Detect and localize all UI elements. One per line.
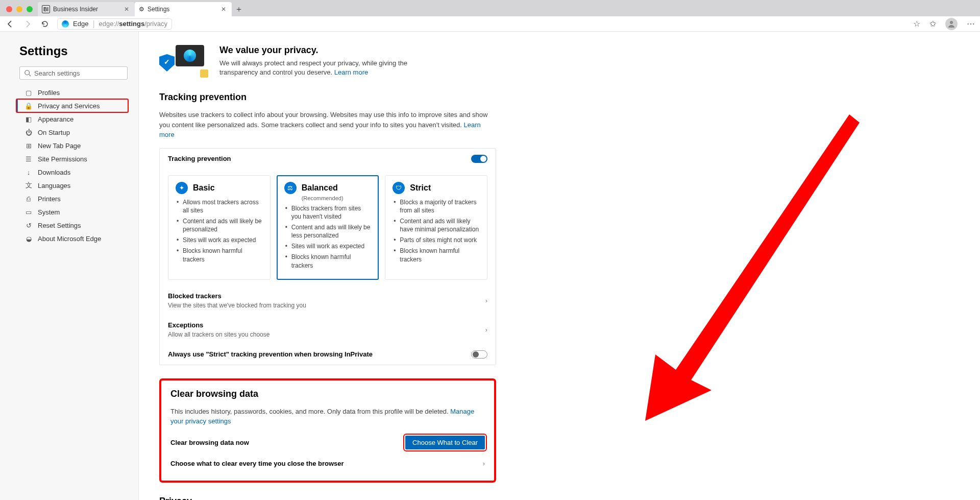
nav-about-edge[interactable]: ◒About Microsoft Edge <box>16 232 128 245</box>
tab-title: Business Insider <box>53 6 98 13</box>
window-minimize-icon[interactable] <box>16 6 22 12</box>
hero-title: We value your privacy. <box>219 45 434 56</box>
back-button[interactable] <box>5 19 15 29</box>
edge-icon: ◒ <box>24 234 33 243</box>
appearance-icon: ◧ <box>24 115 33 123</box>
hero-learn-more-link[interactable]: Learn more <box>334 68 368 76</box>
nav-new-tab-page[interactable]: ⊞New Tab Page <box>16 139 128 152</box>
nav-appearance[interactable]: ◧Appearance <box>16 112 128 126</box>
search-icon <box>24 69 31 77</box>
newtab-icon: ⊞ <box>24 141 33 150</box>
blocked-trackers-row[interactable]: Blocked trackers View the sites that we'… <box>160 286 496 315</box>
tracking-card-basic[interactable]: ✦Basic Allows most trackers across all s… <box>168 175 271 280</box>
tab-settings[interactable]: ⚙ Settings ✕ <box>135 2 232 16</box>
card-bullet: Content and ads will likely be less pers… <box>284 223 372 240</box>
card-title: Balanced <box>302 183 338 193</box>
row-title: Exceptions <box>168 321 485 329</box>
tracking-heading: Tracking prevention <box>159 92 496 103</box>
nav-languages[interactable]: 文Languages <box>16 179 128 192</box>
nav-label: Downloads <box>38 169 70 176</box>
address-bar[interactable]: Edge | edge://settings/privacy <box>57 18 172 30</box>
tab-business-insider[interactable]: BI Business Insider ✕ <box>38 2 135 16</box>
nav-label: Reset Settings <box>38 222 81 229</box>
reset-icon: ↺ <box>24 221 33 229</box>
nav-system[interactable]: ▭System <box>16 205 128 219</box>
settings-heading: Settings <box>19 44 133 58</box>
favorites-list-icon[interactable]: ✩ <box>929 19 936 29</box>
row-sub: Allow all trackers on sites you choose <box>168 331 485 338</box>
choose-what-to-clear-button[interactable]: Choose What to Clear <box>405 436 485 449</box>
nav-site-permissions[interactable]: ☰Site Permissions <box>16 152 128 165</box>
window-controls <box>2 6 38 16</box>
power-icon: ⏻ <box>24 128 33 136</box>
new-tab-button[interactable]: ＋ <box>232 2 246 16</box>
card-title: Strict <box>410 183 431 193</box>
privacy-heading: Privacy <box>159 496 496 500</box>
search-placeholder: Search settings <box>34 69 80 77</box>
nav-label: Site Permissions <box>38 155 87 163</box>
clear-now-label: Clear browsing data now <box>170 439 249 446</box>
card-bullet: Sites will work as expected <box>284 242 372 250</box>
card-bullet: Blocks known harmful trackers <box>284 253 372 269</box>
nav-reset-settings[interactable]: ↺Reset Settings <box>16 219 128 232</box>
printer-icon: ⎙ <box>24 195 33 203</box>
languages-icon: 文 <box>24 181 33 189</box>
privacy-hero-art <box>159 45 208 78</box>
clear-every-time-row[interactable]: Choose what to clear every time you clos… <box>170 455 485 472</box>
toolbar: Edge | edge://settings/privacy ☆ ✩ ⋯ <box>0 16 980 32</box>
row-sub: View the sites that we've blocked from t… <box>168 302 485 309</box>
basic-icon: ✦ <box>176 182 188 194</box>
clear-browsing-data-section: Clear browsing data This includes histor… <box>159 378 496 483</box>
favicon-bi: BI <box>42 5 50 13</box>
chevron-right-icon: › <box>485 326 487 334</box>
settings-sidebar: Settings Search settings ▢Profiles 🔒Priv… <box>0 32 139 500</box>
card-bullet: Sites will work as expected <box>176 236 263 244</box>
svg-point-0 <box>950 21 953 24</box>
nav-label: System <box>38 208 60 216</box>
close-icon[interactable]: ✕ <box>219 5 228 13</box>
nav-on-startup[interactable]: ⏻On Startup <box>16 126 128 139</box>
nav-label: Languages <box>38 182 70 189</box>
tracking-toggle[interactable] <box>471 155 487 163</box>
nav-printers[interactable]: ⎙Printers <box>16 192 128 205</box>
nav-label: Profiles <box>38 89 60 97</box>
reload-button[interactable] <box>40 19 50 29</box>
chevron-right-icon: › <box>485 297 487 304</box>
svg-marker-3 <box>645 114 860 421</box>
chevron-right-icon: › <box>483 460 485 467</box>
hero-body: We will always protect and respect your … <box>219 59 434 77</box>
settings-content: We value your privacy. We will always pr… <box>139 32 980 500</box>
tab-title: Settings <box>148 6 169 13</box>
forward-button[interactable] <box>22 19 33 29</box>
strict-icon: 🛡 <box>393 182 405 194</box>
close-icon[interactable]: ✕ <box>122 5 131 13</box>
strict-inprivate-toggle[interactable] <box>471 350 487 359</box>
edge-icon <box>62 20 69 28</box>
nav-label: On Startup <box>38 129 70 136</box>
window-zoom-icon[interactable] <box>27 6 33 12</box>
recommended-label: (Recommended) <box>302 195 372 201</box>
profile-avatar[interactable] <box>945 18 958 30</box>
nav-profiles[interactable]: ▢Profiles <box>16 86 128 99</box>
clear-now-row: Clear browsing data now Choose What to C… <box>170 431 485 455</box>
lock-icon: 🔒 <box>24 102 33 110</box>
tracking-card-strict[interactable]: 🛡Strict Blocks a majority of trackers fr… <box>385 175 487 280</box>
tracking-panel: Tracking prevention ✦Basic Allows most t… <box>159 148 496 365</box>
annotation-arrow <box>645 114 860 421</box>
card-bullet: Blocks a majority of trackers from all s… <box>393 198 480 215</box>
exceptions-row[interactable]: Exceptions Allow all trackers on sites y… <box>160 315 496 344</box>
clear-desc: This includes history, passwords, cookie… <box>170 407 485 426</box>
privacy-hero: We value your privacy. We will always pr… <box>159 45 496 78</box>
card-bullet: Blocks known harmful trackers <box>176 247 263 263</box>
tracking-panel-label: Tracking prevention <box>168 155 231 162</box>
nav-privacy-and-services[interactable]: 🔒Privacy and Services <box>16 99 128 112</box>
search-settings-input[interactable]: Search settings <box>19 66 128 80</box>
tracking-card-balanced[interactable]: ⚖Balanced (Recommended) Blocks trackers … <box>277 175 379 280</box>
favorite-icon[interactable]: ☆ <box>913 19 920 29</box>
nav-downloads[interactable]: ↓Downloads <box>16 165 128 179</box>
nav-label: Printers <box>38 195 61 203</box>
more-icon[interactable]: ⋯ <box>967 19 975 29</box>
svg-line-2 <box>29 75 31 77</box>
window-close-icon[interactable] <box>6 6 12 12</box>
strict-inprivate-row: Always use "Strict" tracking prevention … <box>160 344 496 365</box>
